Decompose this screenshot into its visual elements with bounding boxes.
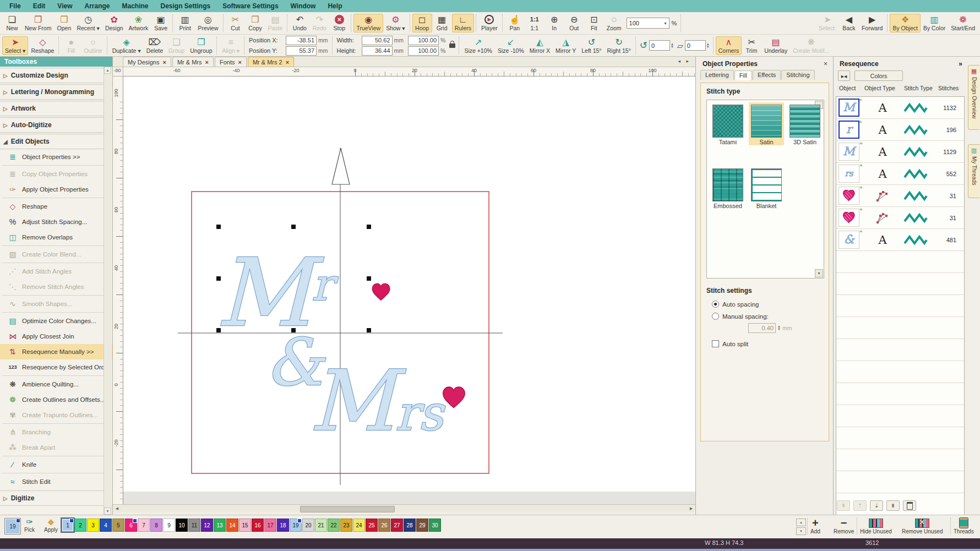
palette-swatch-11[interactable]: 11 xyxy=(188,519,200,532)
open-button[interactable]: ❒Open xyxy=(54,14,74,32)
object-thumbnail[interactable]: ✳r xyxy=(839,121,859,139)
palette-swatch-28[interactable]: 28 xyxy=(404,519,416,532)
radio-on-icon[interactable] xyxy=(712,301,719,308)
palette-swatch-7[interactable]: 7 xyxy=(138,519,150,532)
position-x-input[interactable]: -38.51 xyxy=(286,36,317,45)
document-tab-my-designs[interactable]: My Designs× xyxy=(123,57,171,67)
design-heart-small[interactable] xyxy=(372,283,390,300)
document-tab-mr-mrs[interactable]: Mr & Mrs× xyxy=(172,57,214,67)
tab-scroll-arrows[interactable]: ◂ ▸ xyxy=(678,58,691,64)
cut-button[interactable]: ✂Cut xyxy=(226,14,246,32)
object-thumbnail[interactable]: ✳rs xyxy=(839,165,859,183)
document-tab-mr-mrs-2[interactable]: Mr & Mrs 2× xyxy=(248,57,294,67)
object-thumbnail[interactable]: ✳ xyxy=(839,187,859,205)
object-thumbnail[interactable]: ✳ xyxy=(839,209,859,227)
show-button[interactable]: ⚙Show ▾ xyxy=(383,14,407,32)
stitch-type-embossed[interactable]: Embossed xyxy=(710,166,745,209)
pan-button[interactable]: ☝Pan xyxy=(505,14,525,32)
menu-view[interactable]: View xyxy=(51,0,78,12)
side-tab-my-threads[interactable]: ▥My Threads xyxy=(968,144,979,198)
resequence-row-1[interactable]: ✳MA1132 xyxy=(836,97,964,119)
manual-spacing-radio[interactable]: Manual spacing: xyxy=(701,310,829,322)
design-canvas[interactable]: Mr & Mrs xyxy=(123,77,695,504)
current-color-chip[interactable]: 19 xyxy=(4,518,21,534)
move-top-button[interactable]: ⇞ xyxy=(837,500,850,511)
palette-swatch-9[interactable]: 9 xyxy=(163,519,175,532)
skew-spinner[interactable]: ▲▼ xyxy=(706,43,710,48)
aspect-lock-icon[interactable] xyxy=(449,43,455,48)
palette-swatch-8[interactable]: 8 xyxy=(150,519,162,532)
copy-button[interactable]: ❒Copy xyxy=(246,14,265,32)
resequence-row-6[interactable]: ✳31 xyxy=(836,207,964,229)
palette-swatch-27[interactable]: 27 xyxy=(391,519,403,532)
sidebar-item-ambience-quilting[interactable]: ❋Ambience Quilting... xyxy=(0,377,112,392)
auto-split-checkbox[interactable]: Auto split xyxy=(701,337,829,350)
sidebar-section-edit-objects[interactable]: ◢Edit Objects xyxy=(0,134,112,149)
by-object-button[interactable]: ❖By Object xyxy=(890,14,921,32)
sidebar-item-reshape[interactable]: ◇Reshape xyxy=(0,199,112,214)
skew-icon[interactable]: ▱ xyxy=(677,41,683,50)
palette-swatch-18[interactable]: 18 xyxy=(277,519,289,532)
trim-button[interactable]: ✂Trim xyxy=(742,36,761,55)
position-y-input[interactable]: 55.37 xyxy=(286,46,317,56)
palette-swatch-13[interactable]: 13 xyxy=(214,519,226,532)
palette-swatch-12[interactable]: 12 xyxy=(201,519,213,532)
sidebar-item-remove-overlaps[interactable]: ◫Remove Overlaps xyxy=(0,230,112,245)
stitch-type-tatami[interactable]: Tatami xyxy=(710,102,745,145)
move-bottom-button[interactable]: ⇟ xyxy=(886,500,900,511)
palette-swatch-21[interactable]: 21 xyxy=(315,519,327,532)
zoom-button[interactable]: ◌Zoom xyxy=(604,14,624,32)
properties-tab-stitching[interactable]: Stitching xyxy=(781,70,814,80)
properties-tab-effects[interactable]: Effects xyxy=(753,70,781,80)
sidebar-section-customize-design[interactable]: ▷Customize Design xyxy=(0,68,112,83)
skew-input[interactable]: 0 xyxy=(685,40,706,51)
auto-spacing-radio[interactable]: Auto spacing xyxy=(701,298,829,310)
artwork-button[interactable]: ❀Artwork xyxy=(126,14,151,32)
size-down-button[interactable]: ↙Size -10% xyxy=(495,36,527,55)
zoom-level-value[interactable]: 100▾ xyxy=(627,18,669,29)
palette-swatch-15[interactable]: 15 xyxy=(239,519,251,532)
menu-software-settings[interactable]: Software Settings xyxy=(216,0,284,12)
canvas-horizontal-scrollbar[interactable]: ◀ ▶ xyxy=(113,504,695,512)
sidebar-item-resequence-manually[interactable]: ⇅Resequence Manually >> xyxy=(0,344,112,359)
design-button[interactable]: ✿Design xyxy=(102,14,126,32)
object-thumbnail[interactable]: ✳M xyxy=(839,99,859,117)
menu-file[interactable]: File xyxy=(3,0,27,12)
new-from-button[interactable]: ❐New From xyxy=(22,14,54,32)
palette-swatch-23[interactable]: 23 xyxy=(340,519,352,532)
height-input[interactable]: 36.44 xyxy=(362,46,393,56)
palette-swatch-10[interactable]: 10 xyxy=(176,519,188,532)
zoom-out-button[interactable]: ⊖Out xyxy=(564,14,584,32)
palette-swatch-24[interactable]: 24 xyxy=(353,519,365,532)
scroll-left-icon[interactable]: ◀ xyxy=(113,505,121,512)
object-thumbnail[interactable]: ✳M xyxy=(839,143,859,161)
resequence-row-4[interactable]: ✳rsA552 xyxy=(836,163,964,185)
pick-button[interactable]: ✑ Pick xyxy=(24,517,35,533)
fit-button[interactable]: ⊡Fit xyxy=(584,14,604,32)
list-scroll-down-icon[interactable]: ▼ xyxy=(815,269,823,277)
duplicate-button[interactable]: ◈Duplicate ▾ xyxy=(110,36,144,55)
sidebar-item-object-properties[interactable]: ≣Object Properties >> xyxy=(0,149,112,165)
palette-down-icon[interactable]: ▼ xyxy=(796,527,806,535)
sidebar-scrollbar[interactable]: ▲ ▼ xyxy=(104,67,112,515)
move-up-button[interactable]: ⇡ xyxy=(853,500,867,511)
stitch-type-satin[interactable]: Satin xyxy=(749,102,784,145)
back-button[interactable]: ◀Back xyxy=(839,14,859,32)
grid-button[interactable]: ▦Grid xyxy=(432,14,452,32)
mirror-x-button[interactable]: ◭Mirror X xyxy=(527,36,553,55)
colors-button[interactable]: Colors xyxy=(854,70,903,81)
collapse-columns-icon[interactable]: ▸◂ xyxy=(838,70,850,81)
close-icon[interactable]: × xyxy=(286,59,289,66)
palette-swatch-25[interactable]: 25 xyxy=(366,519,378,532)
scroll-up-icon[interactable]: ▲ xyxy=(104,67,111,74)
undo-button[interactable]: ↶Undo xyxy=(290,14,309,32)
palette-swatch-4[interactable]: 4 xyxy=(100,519,112,532)
palette-swatch-5[interactable]: 5 xyxy=(112,519,124,532)
sidebar-item-stitch-edit[interactable]: ≈Stitch Edit xyxy=(0,474,112,489)
sidebar-section-auto-digitize[interactable]: ▷Auto-Digitize xyxy=(0,117,112,133)
right-15-button[interactable]: ↻Right 15° xyxy=(605,36,634,55)
palette-swatch-16[interactable]: 16 xyxy=(252,519,264,532)
size-up-button[interactable]: ↗Size +10% xyxy=(461,36,495,55)
remove-unused-button[interactable]: ✕ Remove Unused xyxy=(902,517,943,534)
palette-swatch-26[interactable]: 26 xyxy=(378,519,390,532)
